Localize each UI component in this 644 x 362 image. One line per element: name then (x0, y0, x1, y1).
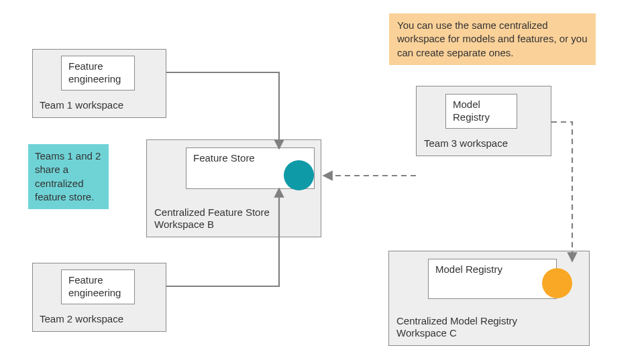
team2-workspace: Feature engineering Team 2 workspace (32, 263, 166, 332)
team2-workspace-label: Team 2 workspace (40, 313, 123, 326)
model-registry-label: Model Registry (435, 263, 502, 275)
model-registry-node-icon (542, 268, 572, 298)
arrow-team1-to-feature-store (166, 72, 279, 149)
team2-feature-engineering-box: Feature engineering (61, 269, 135, 304)
team1-workspace-label: Team 1 workspace (40, 99, 123, 112)
model-registry-workspace: Model Registry Centralized Model Registr… (388, 251, 590, 346)
model-registry-box: Model Registry (428, 259, 557, 299)
team1-workspace: Feature engineering Team 1 workspace (32, 49, 166, 118)
feature-store-workspace-label: Centralized Feature Store Workspace B (154, 206, 295, 232)
team3-model-registry-box: Model Registry (445, 94, 517, 129)
team1-feature-engineering-box: Feature engineering (61, 56, 135, 90)
team3-inner-label: Model Registry (453, 99, 490, 123)
team1-inner-label: Feature engineering (68, 60, 121, 84)
callout-text: You can use the same centralized workspa… (397, 19, 587, 58)
feature-store-node-icon (284, 160, 314, 190)
callout-teal-text: Teams 1 and 2 share a centralized featur… (35, 150, 101, 202)
feature-store-label: Feature Store (193, 152, 255, 164)
model-registry-workspace-label: Centralized Model Registry Workspace C (396, 315, 556, 341)
team2-inner-label: Feature engineering (68, 274, 121, 298)
arrow-team3-to-model-registry (551, 122, 572, 261)
team3-workspace: Model Registry Team 3 workspace (416, 86, 551, 156)
callout-shared-feature-store: Teams 1 and 2 share a centralized featur… (28, 144, 109, 209)
team3-workspace-label: Team 3 workspace (424, 137, 508, 150)
callout-centralized-workspace: You can use the same centralized workspa… (389, 13, 596, 65)
